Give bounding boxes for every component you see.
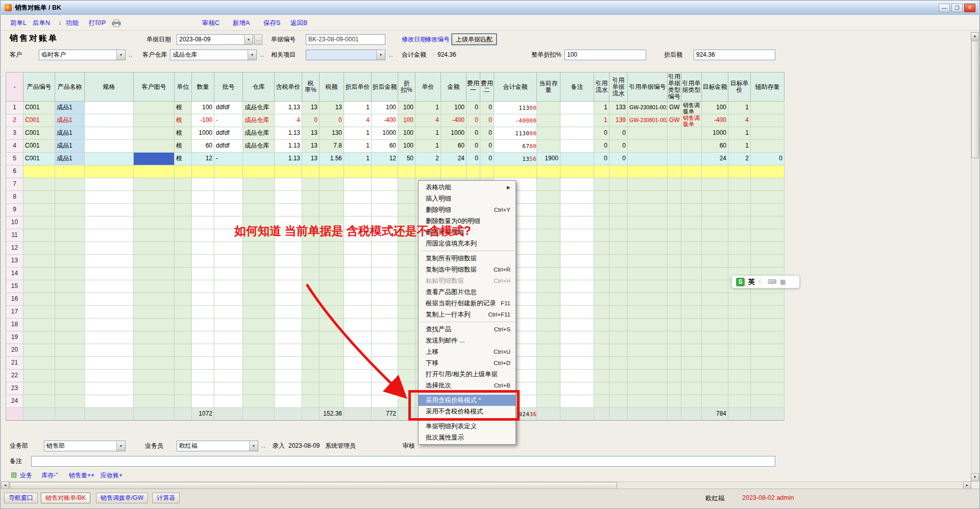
col-header-amount[interactable]: 金额 <box>441 72 467 102</box>
grid-cell[interactable]: 3 <box>6 127 23 140</box>
grid-cell[interactable] <box>560 306 594 319</box>
grid-cell[interactable] <box>55 370 85 382</box>
grid-cell[interactable] <box>668 204 681 216</box>
grid-cell[interactable] <box>628 280 668 293</box>
grid-cell[interactable] <box>537 102 560 114</box>
grid-cell[interactable] <box>243 255 275 268</box>
grid-cell[interactable] <box>134 204 175 216</box>
col-header-wh[interactable]: 仓库 <box>243 72 275 102</box>
grid-cell[interactable] <box>372 395 398 408</box>
grid-cell[interactable] <box>192 382 214 395</box>
col-header-cust_drawing[interactable]: 客户图号 <box>134 72 175 102</box>
grid-cell[interactable] <box>560 127 594 140</box>
menu-item[interactable]: 复制所有明细数据 <box>419 253 516 264</box>
grid-cell[interactable]: 60 <box>192 140 214 153</box>
grid-cell[interactable]: 8 <box>6 191 23 204</box>
grid-cell[interactable] <box>275 191 302 204</box>
grid-cell[interactable] <box>681 268 702 280</box>
grid-cell[interactable] <box>751 331 785 344</box>
grid-cell[interactable] <box>560 140 594 153</box>
grid-cell[interactable] <box>214 306 243 319</box>
grid-cell[interactable] <box>628 191 668 204</box>
grid-cell[interactable] <box>134 344 175 357</box>
grid-cell[interactable] <box>344 382 372 395</box>
grid-cell[interactable] <box>175 319 192 331</box>
grid-cell[interactable] <box>85 204 134 216</box>
grid-cell[interactable] <box>751 102 785 114</box>
grid-cell[interactable] <box>594 395 609 408</box>
grid-cell[interactable] <box>668 140 681 153</box>
grid-cell[interactable]: 13 <box>320 102 344 114</box>
grid-cell[interactable] <box>609 319 628 331</box>
grid-cell[interactable]: 12 <box>6 242 23 255</box>
grid-cell[interactable] <box>702 178 728 191</box>
grid-cell[interactable] <box>702 165 728 178</box>
grid-cell[interactable]: GW <box>668 102 681 114</box>
grid-cell[interactable] <box>243 242 275 255</box>
prev-doc-button[interactable]: 前单L <box>10 19 27 28</box>
grid-cell[interactable] <box>372 165 398 178</box>
grid-cell[interactable]: 0 <box>594 153 609 165</box>
grid-cell[interactable]: 销售调拨单 <box>681 102 702 114</box>
grid-cell[interactable] <box>320 344 344 357</box>
grid-cell[interactable]: 1 <box>344 153 372 165</box>
grid-cell[interactable]: - <box>214 153 243 165</box>
grid-cell[interactable]: 9 <box>6 204 23 216</box>
dropdown-icon[interactable]: ▼ <box>116 50 125 60</box>
grid-cell[interactable] <box>751 319 785 331</box>
project-browse-dots[interactable]: .. <box>389 50 394 60</box>
grid-cell[interactable] <box>560 370 594 382</box>
grid-cell[interactable] <box>372 293 398 306</box>
grid-cell[interactable] <box>175 165 192 178</box>
grid-cell[interactable] <box>302 280 320 293</box>
grid-cell[interactable] <box>537 191 560 204</box>
grid-cell[interactable] <box>628 344 668 357</box>
grid-cell[interactable]: 1 <box>344 102 372 114</box>
grid-cell[interactable] <box>85 319 134 331</box>
col-header-num[interactable]: - <box>6 72 23 102</box>
grid-cell[interactable] <box>537 216 560 229</box>
grid-cell[interactable] <box>192 293 214 306</box>
grid-cell[interactable] <box>134 382 175 395</box>
grid-cell[interactable]: C001 <box>23 140 55 153</box>
grid-cell[interactable]: 1 <box>344 127 372 140</box>
grid-cell[interactable] <box>175 306 192 319</box>
grid-cell[interactable]: 1900 <box>537 153 560 165</box>
grid-cell[interactable] <box>55 268 85 280</box>
grid-cell[interactable] <box>275 268 302 280</box>
grid-cell[interactable]: 成品仓库 <box>243 102 275 114</box>
grid-cell[interactable] <box>55 344 85 357</box>
grid-cell[interactable]: 4 <box>415 114 441 127</box>
menu-item[interactable]: 打开引用/相关的上级单据 <box>419 369 516 380</box>
grid-cell[interactable] <box>243 319 275 331</box>
grid-cell[interactable] <box>560 229 594 242</box>
col-header-fee2[interactable]: 费用二 <box>480 72 494 102</box>
grid-cell[interactable] <box>214 280 243 293</box>
grid-cell[interactable] <box>728 191 751 204</box>
grid-cell[interactable]: 11300 <box>494 102 537 114</box>
grid-cell[interactable]: 根 <box>175 140 192 153</box>
grid-cell[interactable] <box>668 178 681 191</box>
taskbar-item-navigator[interactable]: 导航窗口 <box>4 493 38 503</box>
grid-cell[interactable]: 4 <box>344 114 372 127</box>
grid-cell[interactable] <box>175 370 192 382</box>
grid-cell[interactable] <box>23 242 55 255</box>
grid-cell[interactable]: 20 <box>6 344 23 357</box>
grid-cell[interactable] <box>681 255 702 268</box>
grid-cell[interactable] <box>214 165 243 178</box>
grid-cell[interactable] <box>668 280 681 293</box>
grid-cell[interactable] <box>728 306 751 319</box>
grid-cell[interactable] <box>214 319 243 331</box>
grid-cell[interactable] <box>668 242 681 255</box>
grid-cell[interactable] <box>668 344 681 357</box>
taskbar-item-calculator[interactable]: 计算器 <box>152 493 180 503</box>
tab-inventory[interactable]: 库存-" <box>41 471 58 480</box>
grid-cell[interactable]: 2 <box>6 114 23 127</box>
grid-cell[interactable] <box>628 127 668 140</box>
grid-cell[interactable] <box>751 140 785 153</box>
scroll-down-icon[interactable]: ▼ <box>971 473 979 481</box>
grid-cell[interactable]: 1 <box>344 140 372 153</box>
grid-cell[interactable] <box>85 127 134 140</box>
grid-cell[interactable]: 1 <box>415 140 441 153</box>
grid-cell[interactable] <box>594 229 609 242</box>
